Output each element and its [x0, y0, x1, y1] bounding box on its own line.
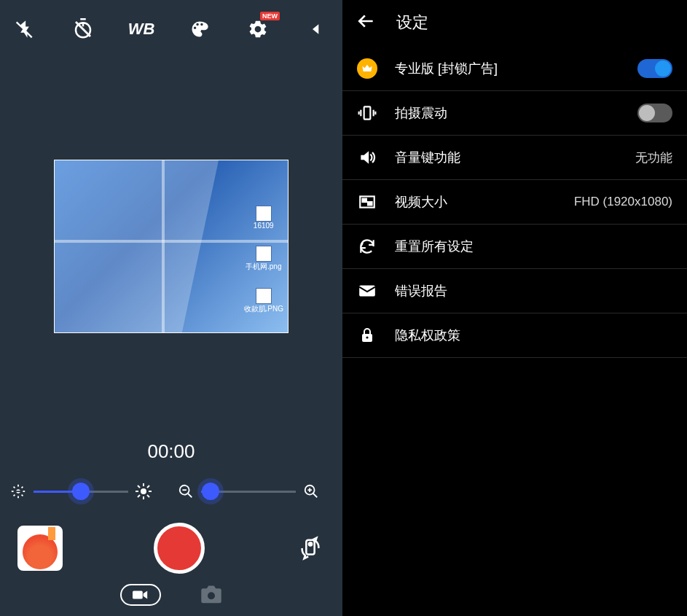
brightness-down-icon[interactable]	[7, 480, 29, 502]
settings-row-vibrate[interactable]: 拍摄震动	[342, 91, 687, 136]
svg-point-11	[141, 488, 146, 494]
svg-point-28	[309, 542, 312, 545]
gallery-thumbnail[interactable]	[17, 526, 63, 571]
settings-row-reset[interactable]: 重置所有设定	[342, 225, 687, 269]
settings-label: 专业版 [封锁广告]	[395, 60, 620, 77]
svg-line-17	[147, 495, 149, 497]
bottom-controls	[0, 523, 342, 584]
svg-rect-31	[364, 106, 371, 119]
recording-timer: 00:00	[0, 440, 342, 463]
volume-icon	[357, 147, 377, 168]
new-badge: NEW	[260, 12, 280, 20]
settings-row-privacy[interactable]: 隐私权政策	[342, 313, 687, 358]
settings-value: 无功能	[635, 149, 672, 166]
crown-icon	[357, 58, 377, 79]
timer-off-icon[interactable]	[67, 13, 99, 45]
settings-list: 专业版 [封锁广告] 拍摄震动 音量键功能 无功能 视频大小 FHD (1920…	[342, 47, 687, 358]
collapse-left-icon[interactable]	[300, 13, 332, 45]
svg-line-24	[313, 494, 318, 498]
svg-line-19	[147, 486, 149, 488]
sliders-row	[0, 480, 342, 502]
zoom-out-icon[interactable]	[175, 480, 197, 502]
settings-label: 错误报告	[395, 282, 672, 300]
brightness-slider[interactable]	[34, 484, 128, 499]
palette-icon[interactable]	[184, 13, 216, 45]
settings-label: 隐私权政策	[395, 327, 672, 344]
camera-screen: WB NEW 16109 手机网.png 收款肌.PNG 00:00	[0, 0, 342, 616]
settings-header: 设定	[342, 0, 687, 47]
settings-label: 音量键功能	[395, 149, 618, 166]
record-button[interactable]	[154, 523, 205, 574]
settings-row-pro[interactable]: 专业版 [封锁广告]	[342, 47, 687, 91]
svg-line-9	[22, 487, 23, 488]
lock-icon	[357, 325, 377, 346]
settings-label: 拍摄震动	[395, 104, 620, 122]
settings-label: 视频大小	[395, 193, 557, 211]
settings-row-video-size[interactable]: 视频大小 FHD (1920x1080)	[342, 180, 687, 225]
camera-preview[interactable]: 16109 手机网.png 收款肌.PNG	[0, 45, 342, 418]
settings-row-bug-report[interactable]: 错误报告	[342, 269, 687, 313]
brightness-up-icon[interactable]	[133, 480, 154, 502]
settings-label: 重置所有设定	[395, 238, 672, 255]
svg-line-16	[138, 486, 140, 488]
photo-mode-button[interactable]	[200, 585, 222, 604]
video-mode-button[interactable]	[120, 584, 161, 606]
preview-desktop-item: 16109	[254, 206, 274, 230]
mode-row	[0, 584, 342, 616]
zoom-in-icon[interactable]	[300, 480, 322, 502]
settings-value: FHD (1920x1080)	[574, 195, 672, 209]
zoom-slider[interactable]	[201, 484, 296, 499]
svg-line-21	[188, 494, 192, 498]
preview-thumbnail: 16109 手机网.png 收款肌.PNG	[54, 160, 288, 333]
svg-rect-38	[368, 202, 372, 205]
toggle-pro[interactable]	[637, 59, 672, 78]
camera-top-toolbar: WB NEW	[0, 0, 342, 45]
svg-line-7	[22, 495, 23, 496]
flash-off-icon[interactable]	[9, 13, 41, 45]
settings-icon[interactable]: NEW	[242, 13, 274, 45]
reset-icon	[357, 236, 377, 257]
preview-desktop-item: 手机网.png	[246, 246, 281, 272]
aspect-ratio-icon	[357, 192, 377, 212]
svg-line-18	[138, 495, 140, 497]
svg-line-8	[14, 495, 15, 496]
switch-camera-icon[interactable]	[296, 532, 325, 564]
svg-rect-29	[133, 591, 143, 599]
settings-screen: 设定 专业版 [封锁广告] 拍摄震动 音量键功能 无功能	[342, 0, 687, 616]
settings-row-volume-key[interactable]: 音量键功能 无功能	[342, 136, 687, 180]
settings-title: 设定	[396, 12, 428, 34]
back-icon[interactable]	[357, 12, 376, 34]
svg-line-6	[14, 487, 15, 488]
mail-icon	[357, 281, 377, 301]
white-balance-button[interactable]: WB	[125, 13, 157, 45]
preview-desktop-item: 收款肌.PNG	[244, 288, 283, 314]
toggle-vibrate[interactable]	[637, 104, 672, 122]
svg-rect-37	[363, 199, 366, 202]
vibrate-icon	[357, 103, 377, 123]
svg-point-41	[366, 336, 368, 338]
wb-label: WB	[128, 20, 155, 39]
svg-point-30	[208, 592, 215, 599]
